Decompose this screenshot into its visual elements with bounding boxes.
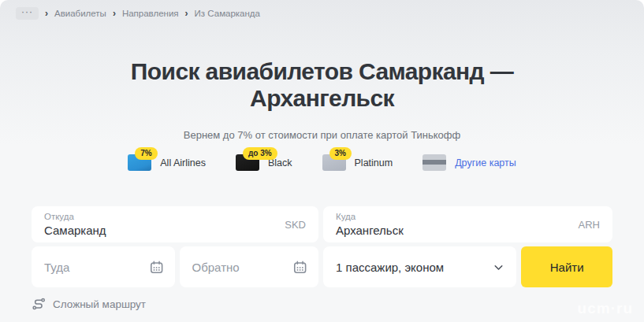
hero: Поиск авиабилетов Самарканд — Архангельс… [0,58,644,141]
origin-label: Откуда [44,212,306,221]
bank-card-icon [423,154,446,171]
other-cards-link[interactable]: Другие карты [455,157,516,168]
flight-search-form: Откуда Самарканд SKD Куда Архангельск AR… [32,206,612,287]
breadcrumb: ··· › Авиабилеты › Направления › Из Сама… [16,7,260,20]
cashback-card-all-airlines: 7% All Airlines [128,154,206,171]
return-date-placeholder: Обратно [192,261,240,274]
cashback-card-other[interactable]: Другие карты [423,154,516,171]
bank-card-icon: 7% [128,154,151,171]
calendar-icon [292,260,307,275]
return-date-field[interactable]: Обратно [180,246,319,287]
cashback-card-black: до 3% Black [236,154,292,171]
breadcrumb-item-iz-samarkanda[interactable]: Из Самарканда [195,9,260,18]
search-button[interactable]: Найти [521,246,612,287]
calendar-icon [149,260,164,275]
page-title: Поиск авиабилетов Самарканд — Архангельс… [0,58,644,112]
flight-search-page: ··· › Авиабилеты › Направления › Из Сама… [0,0,644,322]
complex-route-label: Сложный маршрут [53,298,146,310]
passengers-class-selector[interactable]: 1 пассажир, эконом [323,246,516,287]
destination-label: Куда [336,212,600,221]
passengers-class-value: 1 пассажир, эконом [336,261,444,274]
breadcrumb-more-button[interactable]: ··· [16,7,39,20]
cashback-badge: до 3% [243,147,277,160]
breadcrumb-item-aviabilety[interactable]: Авиабилеты [54,9,106,18]
cashback-card-platinum: 3% Platinum [322,154,393,171]
depart-date-placeholder: Туда [44,261,69,274]
cashback-subtitle: Вернем до 7% от стоимости при оплате кар… [0,129,644,141]
destination-field[interactable]: Куда Архангельск ARH [323,206,612,242]
destination-value: Архангельск [336,224,600,237]
chevron-right-icon: › [45,8,48,19]
route-icon [32,297,46,311]
origin-field[interactable]: Откуда Самарканд SKD [32,206,318,242]
destination-iata-code: ARH [579,219,600,231]
page-title-line1: Поиск авиабилетов Самарканд — [0,58,644,85]
card-label: Platinum [355,157,393,168]
watermark: ucm·ru [578,300,633,317]
origin-value: Самарканд [44,224,306,237]
chevron-down-icon [492,261,505,274]
bank-card-icon: до 3% [236,154,259,171]
bank-card-icon: 3% [322,154,346,171]
depart-date-field[interactable]: Туда [32,246,175,287]
card-label: All Airlines [160,157,206,168]
complex-route-link[interactable]: Сложный маршрут [32,297,146,311]
origin-iata-code: SKD [285,219,306,231]
breadcrumb-item-napravleniya[interactable]: Направления [122,9,179,18]
cashback-badge: 3% [329,147,352,160]
chevron-right-icon: › [185,8,188,19]
page-title-line2: Архангельск [0,85,644,112]
cashback-badge: 7% [135,147,157,160]
cashback-cards-row: 7% All Airlines до 3% Black 3% Platinum … [0,154,644,171]
chevron-right-icon: › [113,8,116,19]
